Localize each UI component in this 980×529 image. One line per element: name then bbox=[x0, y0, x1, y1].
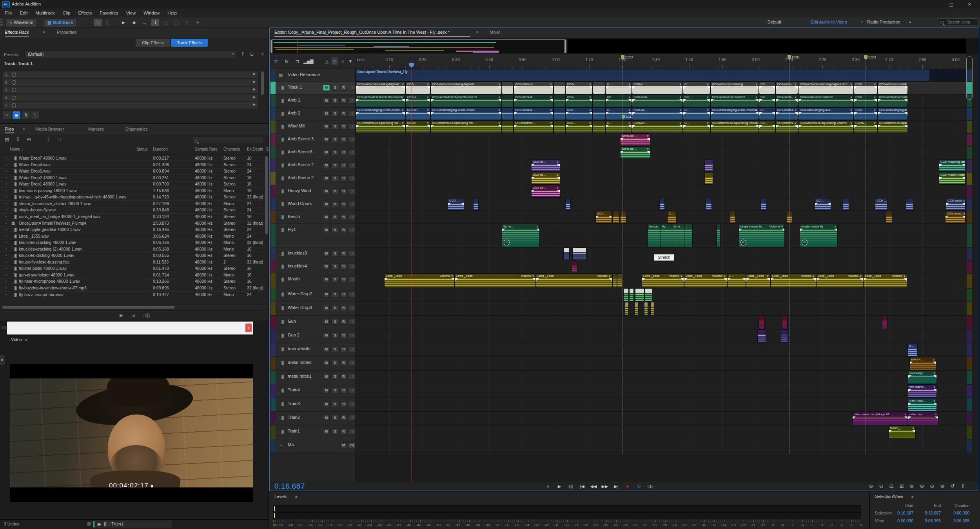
record-arm-button[interactable]: R bbox=[340, 201, 347, 207]
track-name[interactable]: Video Reference bbox=[288, 72, 320, 77]
fade-in-handle[interactable] bbox=[854, 86, 857, 89]
clip[interactable] bbox=[554, 82, 565, 94]
volume-envelope[interactable] bbox=[684, 279, 727, 280]
mute-button[interactable]: M bbox=[323, 276, 330, 282]
track-lane-video-reference[interactable]: OnceUponATimeInTheWest_Fly bbox=[355, 69, 966, 82]
clip-cc0-wind-s-[interactable]: CC0-wind-s…∨ bbox=[776, 108, 798, 120]
effect-slot-3[interactable]: 3▶ bbox=[3, 87, 258, 93]
file-row[interactable]: ›steam_locomotive_distant 48000 1.wav0:2… bbox=[0, 201, 263, 207]
fade-out-handle[interactable] bbox=[679, 112, 682, 115]
clip-chevron-icon[interactable]: ∨ bbox=[933, 398, 935, 403]
solo-button[interactable]: S bbox=[332, 429, 338, 434]
track-header-water-drop2[interactable]: Water Drop2MSRI bbox=[270, 288, 355, 302]
solo-button[interactable]: S bbox=[332, 136, 338, 142]
mute-button[interactable]: M bbox=[323, 227, 330, 233]
clip-header[interactable] bbox=[758, 330, 766, 334]
clip-header[interactable]: Liros _1555∨ bbox=[746, 274, 770, 278]
volume-envelope[interactable] bbox=[606, 113, 632, 114]
record-arm-button[interactable]: R bbox=[340, 415, 347, 421]
expand-chevron-icon[interactable]: › bbox=[5, 162, 7, 167]
clip-header[interactable]: CC0-wind-si…∨ bbox=[514, 108, 553, 112]
mute-button[interactable]: M bbox=[323, 346, 330, 352]
favorite-star-icon[interactable]: ★ bbox=[260, 51, 265, 57]
workspace-radio-production[interactable]: Radio Production bbox=[867, 20, 900, 24]
clip-liros-1555[interactable]: Liros _1555Volume ∨ bbox=[817, 274, 863, 287]
track-lane-amb-scene-3[interactable]: Attrib-de…∨ bbox=[355, 133, 966, 146]
track-header-gun-2[interactable]: Gun 2MSRI bbox=[270, 329, 355, 343]
fade-out-handle[interactable] bbox=[962, 203, 965, 205]
volume-envelope[interactable] bbox=[817, 279, 863, 280]
fade-out-handle[interactable] bbox=[772, 112, 775, 115]
solo-button[interactable]: S bbox=[332, 387, 338, 393]
record-arm-button[interactable]: R bbox=[340, 276, 347, 282]
fade-in-handle[interactable] bbox=[406, 112, 409, 115]
clip-header[interactable] bbox=[781, 330, 788, 334]
fade-in-handle[interactable] bbox=[514, 86, 517, 89]
clip-header[interactable]: CC0windmill-is-squeaking Volume∨ bbox=[878, 121, 907, 125]
fade-in-handle[interactable] bbox=[532, 190, 535, 193]
clip-header[interactable]: CC0-amb-ext-morning…∨ bbox=[711, 82, 759, 86]
clip-liros-1555[interactable]: Liros _1555Volume ∨ bbox=[455, 274, 535, 287]
clip-header[interactable]: CC0windmill-is-squeaking Vol…∨ bbox=[356, 121, 405, 125]
marker-icon[interactable]: ▼ bbox=[347, 57, 354, 65]
track-name[interactable]: Train2 bbox=[288, 415, 300, 420]
time-selection-tool-icon[interactable]: I bbox=[151, 19, 159, 26]
fade-out-handle[interactable] bbox=[767, 278, 770, 281]
track-name[interactable]: Train1 bbox=[288, 429, 300, 433]
fade-in-handle[interactable] bbox=[728, 278, 731, 281]
value-end[interactable]: 0:16.687 bbox=[914, 511, 941, 515]
clip-c-[interactable]: C…∨ bbox=[606, 121, 632, 133]
clip-cc-[interactable]: CC… bbox=[759, 121, 775, 133]
clip-header[interactable]: CC0-wind-singing-in-the-mounta…∨ bbox=[711, 108, 759, 112]
clip[interactable] bbox=[573, 248, 586, 260]
volume-envelope[interactable] bbox=[406, 126, 430, 127]
clip-chevron-icon[interactable]: ∨ bbox=[834, 224, 836, 229]
fade-in-handle[interactable] bbox=[776, 99, 779, 102]
clip-header[interactable] bbox=[593, 95, 605, 99]
clip-chevron-icon[interactable]: ∨ bbox=[755, 121, 757, 125]
clip[interactable] bbox=[705, 173, 713, 184]
clip-chevron-icon[interactable]: ∨ bbox=[933, 357, 935, 362]
track-header-mix[interactable]: →MixM(S) bbox=[270, 439, 355, 453]
clip-chevron-icon[interactable]: ∨ bbox=[427, 108, 429, 112]
track-lane-gun[interactable] bbox=[355, 316, 966, 329]
clip-chevron-icon[interactable]: ∨ bbox=[795, 82, 797, 86]
clip-chevron-icon[interactable]: ∨ bbox=[767, 274, 769, 278]
clip-header[interactable] bbox=[554, 121, 565, 125]
fade-out-handle[interactable] bbox=[933, 389, 936, 392]
volume-envelope[interactable] bbox=[554, 87, 565, 88]
fade-out-handle[interactable] bbox=[813, 278, 816, 281]
fade-in-handle[interactable] bbox=[536, 278, 539, 281]
clip-header[interactable] bbox=[630, 289, 633, 293]
fade-in-handle[interactable] bbox=[853, 416, 856, 419]
clip-header[interactable]: CC0-str…∨ bbox=[532, 185, 560, 190]
fade-in-handle[interactable] bbox=[431, 125, 434, 128]
stretch-clock-icon[interactable]: ◷ bbox=[331, 57, 338, 65]
volume-envelope[interactable] bbox=[889, 431, 915, 432]
clip-header[interactable]: fly-ne…∨ bbox=[502, 224, 539, 229]
clip-chevron-icon[interactable]: ∨ bbox=[962, 173, 964, 177]
clip-header[interactable] bbox=[593, 121, 605, 125]
clip-cc0windmill-is-squeaking-vol-[interactable]: CC0windmill-is-squeaking Vol…∨ bbox=[431, 121, 501, 133]
volume-envelope[interactable] bbox=[566, 113, 592, 114]
file-row[interactable]: ›Liros _1555.wav3:06.62448000 HzMono24 bbox=[0, 233, 263, 240]
clip-chevron-icon[interactable]: ∨ bbox=[557, 173, 559, 177]
more-workspaces-button[interactable]: » bbox=[909, 20, 911, 24]
fade-in-handle[interactable] bbox=[854, 112, 857, 115]
clip-header[interactable]: CC0-semi-desert-insect…∨ bbox=[711, 95, 759, 99]
skip-selection-button[interactable]: ◁▷ bbox=[645, 482, 655, 491]
marquee-selection-tool-icon[interactable]: ▢ bbox=[162, 19, 170, 26]
clip-volume-label[interactable]: Volume ∨ bbox=[521, 274, 534, 278]
fade-out-handle[interactable] bbox=[904, 86, 907, 89]
fade-out-handle[interactable] bbox=[628, 86, 632, 89]
clip-cc0-[interactable]: CC0…∨ bbox=[566, 108, 592, 120]
clip-cc0-wind-singing-in-the-moun-[interactable]: CC0-wind-singing-in-the-moun…∨ bbox=[878, 108, 907, 120]
clip-chevron-icon[interactable]: ∨ bbox=[755, 95, 757, 99]
volume-envelope[interactable] bbox=[632, 87, 682, 88]
fade-in-handle[interactable] bbox=[683, 125, 686, 128]
track-header-amb-scene-2[interactable]: Amb Scene 2MSRI bbox=[270, 172, 355, 185]
clip-chevron-icon[interactable]: ∨ bbox=[498, 95, 500, 99]
clip-chevron-icon[interactable]: ∨ bbox=[557, 185, 559, 190]
volume-envelope[interactable] bbox=[853, 418, 907, 418]
effects-rack-menu-icon[interactable]: ≡ bbox=[43, 30, 45, 35]
